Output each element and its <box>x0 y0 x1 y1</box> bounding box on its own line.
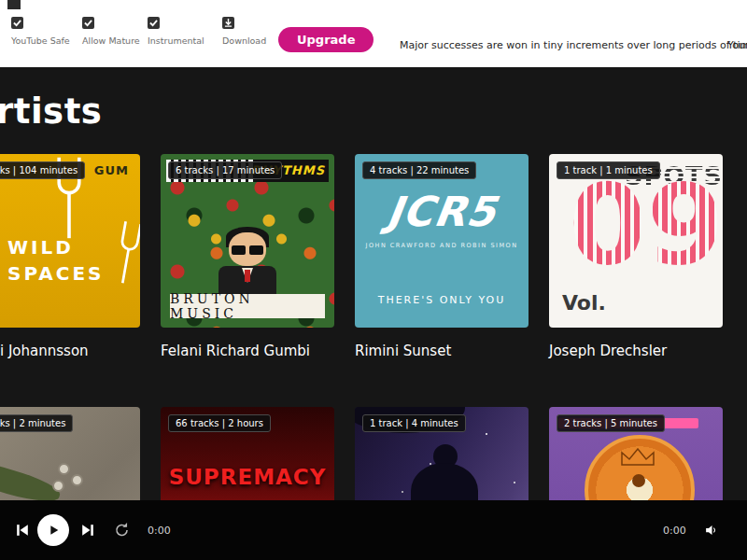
play-button[interactable] <box>37 514 69 546</box>
artist-name[interactable]: Joseph Drechsler <box>549 343 723 359</box>
track-count-badge: 6 tracks | 17 minutes <box>168 161 282 179</box>
filter-label: YouTube Safe <box>11 35 70 46</box>
artist-card[interactable]: tracks | 104 minutes GUM WILD SPACES i J… <box>0 154 140 359</box>
checkbox-icon[interactable] <box>11 17 23 29</box>
artist-card[interactable]: 1 track | 1 minutes SPOTS 09 Vol. Joseph… <box>549 154 723 359</box>
quote-fragment: Yourt <box>727 39 747 51</box>
remaining-time: 0:00 <box>663 525 686 537</box>
elapsed-time: 0:00 <box>148 525 171 537</box>
checkbox-icon[interactable] <box>82 17 94 29</box>
album-art[interactable]: RHYTHMS 6 tracks | 17 minutes BRUTON MUS… <box>161 154 334 328</box>
track-count-badge: tracks | 2 minutes <box>0 414 73 432</box>
track-count-badge: 66 tracks | 2 hours <box>168 414 271 432</box>
filter-instrumental[interactable]: Instrumental <box>148 17 204 46</box>
track-count-badge: tracks | 104 minutes <box>0 161 85 179</box>
artist-name[interactable]: Felani Richard Gumbi <box>161 343 334 359</box>
artist-name[interactable]: Rimini Sunset <box>355 343 529 359</box>
checkbox-icon[interactable] <box>148 17 160 29</box>
album-art[interactable]: tracks | 104 minutes GUM WILD SPACES <box>0 154 140 328</box>
player-bar: 0:00 0:00 <box>0 500 747 560</box>
album-title: THERE'S ONLY YOU <box>355 294 529 306</box>
label-band: BRUTON MUSIC <box>170 294 325 318</box>
filter-allow-mature[interactable]: Allow Mature <box>82 17 140 46</box>
filter-youtube-safe[interactable]: YouTube Safe <box>11 17 70 46</box>
vol-label: Vol. <box>562 291 606 315</box>
illustration-man <box>218 227 276 300</box>
label-logo: GUM <box>94 163 129 177</box>
artist-card[interactable]: 4 tracks | 22 minutes JCR5 JOHN CRAWFORD… <box>355 154 529 359</box>
album-title: WILD SPACES <box>7 234 104 287</box>
upgrade-button[interactable]: Upgrade <box>278 27 374 52</box>
filter-download[interactable]: Download <box>222 17 266 46</box>
page-title: rtists <box>0 91 102 132</box>
track-count-badge: 4 tracks | 22 minutes <box>362 161 476 179</box>
next-track-button[interactable] <box>78 521 97 539</box>
crown-icon <box>620 448 655 467</box>
figure-face <box>632 474 645 487</box>
band-logo: JCR5 <box>355 188 529 235</box>
album-art[interactable]: 1 track | 1 minutes SPOTS 09 Vol. <box>549 154 723 328</box>
top-bar: YouTube Safe Allow Mature Instrumental D… <box>0 0 747 67</box>
label-name: BRUTON MUSIC <box>170 291 325 321</box>
filter-label: Allow Mature <box>82 35 140 46</box>
track-count-badge: 2 tracks | 5 minutes <box>557 414 665 432</box>
tuning-fork-icon <box>105 195 140 310</box>
filter-label: Instrumental <box>148 35 204 46</box>
page: YouTube Safe Allow Mature Instrumental D… <box>0 0 747 560</box>
repeat-button[interactable] <box>113 522 131 539</box>
artist-name[interactable]: i Johannsson <box>0 343 140 359</box>
window-fragment <box>7 0 21 9</box>
volume-number: 09 <box>569 163 723 287</box>
volume-icon[interactable] <box>704 523 720 539</box>
band-members: JOHN CRAWFORD AND ROBIN SIMON <box>355 242 529 249</box>
quote-text: Major successes are won in tiny incremen… <box>400 39 747 51</box>
download-icon[interactable] <box>222 17 234 29</box>
track-count-badge: 1 track | 1 minutes <box>557 161 660 179</box>
artist-card[interactable]: RHYTHMS 6 tracks | 17 minutes BRUTON MUS… <box>161 154 334 359</box>
album-title: SUPREMACY <box>161 465 334 489</box>
track-count-badge: 1 track | 4 minutes <box>362 414 466 432</box>
previous-track-button[interactable] <box>13 521 32 539</box>
album-art[interactable]: 4 tracks | 22 minutes JCR5 JOHN CRAWFORD… <box>355 154 529 328</box>
filter-label: Download <box>222 35 266 46</box>
